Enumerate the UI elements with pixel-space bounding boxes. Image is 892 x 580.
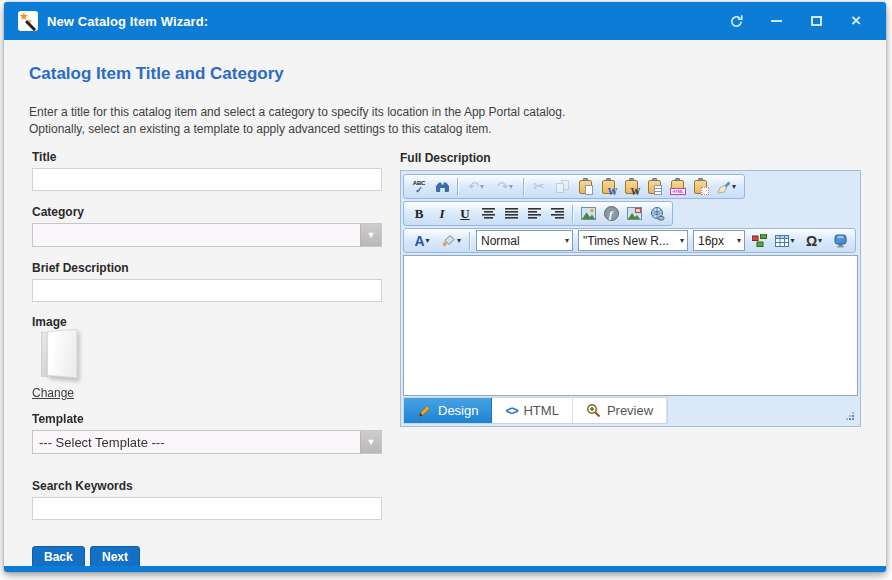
align-right-icon-glyph bbox=[551, 208, 564, 219]
change-image-link[interactable]: Change bbox=[32, 386, 74, 400]
template-dropdown[interactable]: --- Select Template --- ▼ bbox=[32, 430, 382, 454]
paste-from-word-nofont-icon-glyph: W bbox=[625, 180, 638, 194]
undo-icon: ↶▾ bbox=[462, 176, 490, 197]
hyperlink-manager-icon-glyph bbox=[650, 207, 665, 221]
format-stripper-icon[interactable]: ▾ bbox=[712, 176, 740, 197]
bold-icon[interactable]: B bbox=[408, 203, 430, 224]
chevron-down-icon: ▾ bbox=[480, 182, 484, 191]
image-manager-icon-glyph bbox=[581, 207, 596, 220]
table-icon-glyph bbox=[775, 235, 789, 247]
description-line-2: Optionally, select an existing a templat… bbox=[29, 121, 565, 138]
maximize-icon[interactable] bbox=[808, 13, 824, 29]
template-label: Template bbox=[32, 412, 84, 426]
page-title: Catalog Item Title and Category bbox=[29, 64, 284, 84]
find-icon[interactable] bbox=[431, 176, 453, 197]
table-icon[interactable]: ▾ bbox=[771, 230, 799, 251]
paste-from-word-nofont-icon[interactable]: W bbox=[620, 176, 642, 197]
image-map-icon-glyph bbox=[627, 207, 642, 220]
paste-as-html-icon-glyph: HTML bbox=[671, 180, 684, 194]
editor-content-area[interactable] bbox=[403, 255, 858, 396]
flash-manager-icon-glyph: f bbox=[604, 206, 619, 221]
copy-icon bbox=[551, 176, 573, 197]
undo-icon-glyph: ↶ bbox=[468, 180, 479, 193]
refresh-icon[interactable] bbox=[728, 13, 744, 29]
brief-description-label: Brief Description bbox=[32, 261, 129, 275]
toolbar-separator bbox=[523, 178, 524, 196]
template-dropdown-arrow-icon[interactable]: ▼ bbox=[360, 431, 381, 453]
pencil-icon bbox=[417, 404, 432, 418]
template-selected-value: --- Select Template --- bbox=[33, 435, 360, 450]
paste-from-word-icon[interactable]: W bbox=[597, 176, 619, 197]
symbol-icon-glyph: Ω bbox=[806, 234, 817, 248]
align-justify-icon[interactable] bbox=[500, 203, 522, 224]
spellcheck-icon[interactable]: ABC✓ bbox=[408, 176, 430, 197]
title-input[interactable] bbox=[32, 168, 382, 191]
title-label: Title bbox=[32, 150, 56, 164]
media-manager-icon[interactable] bbox=[829, 230, 851, 251]
font-combo-value: "Times New R... bbox=[579, 234, 680, 248]
next-button[interactable]: Next bbox=[90, 546, 140, 568]
close-icon[interactable]: × bbox=[848, 13, 864, 29]
underline-icon[interactable]: U bbox=[454, 203, 476, 224]
chevron-down-icon: ▾ bbox=[790, 236, 794, 245]
size-combo-value: 16px bbox=[694, 234, 737, 248]
paste-plain-text-icon-glyph bbox=[648, 180, 661, 194]
category-label: Category bbox=[32, 205, 84, 219]
tab-html[interactable]: <>HTML bbox=[492, 398, 572, 423]
font-combo[interactable]: "Times New R...▾ bbox=[578, 230, 688, 251]
align-justify-icon-glyph bbox=[505, 208, 518, 219]
tab-label: Preview bbox=[607, 403, 653, 418]
align-center-icon-glyph bbox=[482, 208, 495, 219]
toolbar-separator bbox=[457, 178, 458, 196]
toolbar-separator bbox=[469, 232, 470, 250]
titlebar: ★ ★ New Catalog Item Wizard: × bbox=[4, 2, 886, 40]
style-combo[interactable]: Normal▾ bbox=[476, 230, 573, 251]
symbol-icon[interactable]: Ω▾ bbox=[800, 230, 828, 251]
align-right-icon[interactable] bbox=[546, 203, 568, 224]
rich-text-editor: ABC✓↶▾↷▾✂WWHTML▾ BIUf A▾▾Normal▾"Times N… bbox=[400, 170, 861, 427]
page-description: Enter a title for this catalog item and … bbox=[29, 104, 565, 138]
blocks-icon[interactable] bbox=[748, 230, 770, 251]
hyperlink-manager-icon[interactable] bbox=[646, 203, 668, 224]
chevron-down-icon: ▾ bbox=[426, 236, 430, 245]
wizard-app-icon: ★ ★ bbox=[18, 11, 38, 31]
category-dropdown[interactable]: ▼ bbox=[32, 223, 382, 247]
spellcheck-icon-glyph: ABC✓ bbox=[413, 180, 425, 194]
background-color-icon[interactable]: ▾ bbox=[437, 230, 465, 251]
paste-icon[interactable] bbox=[574, 176, 596, 197]
italic-icon-glyph: I bbox=[439, 206, 444, 222]
underline-icon-glyph: U bbox=[460, 206, 469, 222]
category-dropdown-arrow-icon[interactable]: ▼ bbox=[360, 224, 381, 246]
back-button[interactable]: Back bbox=[32, 546, 85, 568]
image-manager-icon[interactable] bbox=[577, 203, 599, 224]
window-controls: × bbox=[728, 13, 872, 29]
style-combo-value: Normal bbox=[477, 234, 565, 248]
italic-icon[interactable]: I bbox=[431, 203, 453, 224]
font-color-icon[interactable]: A▾ bbox=[408, 230, 436, 251]
align-left-icon[interactable] bbox=[523, 203, 545, 224]
window-bottom-border bbox=[4, 566, 886, 572]
blocks-icon-glyph bbox=[752, 234, 767, 247]
image-map-icon[interactable] bbox=[623, 203, 645, 224]
format-stripper-icon-glyph bbox=[716, 180, 731, 194]
minimize-icon[interactable] bbox=[768, 13, 784, 29]
paste-special-icon[interactable] bbox=[689, 176, 711, 197]
paste-from-word-icon-glyph: W bbox=[602, 180, 615, 194]
paste-as-html-icon[interactable]: HTML bbox=[666, 176, 688, 197]
tab-design[interactable]: Design bbox=[404, 398, 492, 423]
chevron-down-icon: ▾ bbox=[565, 236, 572, 245]
align-center-icon[interactable] bbox=[477, 203, 499, 224]
resize-grip[interactable] bbox=[844, 410, 854, 420]
flash-manager-icon[interactable]: f bbox=[600, 203, 622, 224]
brief-description-input[interactable] bbox=[32, 279, 382, 302]
cut-icon-glyph: ✂ bbox=[533, 180, 545, 193]
search-keywords-input[interactable] bbox=[32, 497, 382, 520]
chevron-down-icon: ▾ bbox=[509, 182, 513, 191]
size-combo[interactable]: 16px▾ bbox=[693, 230, 745, 251]
editor-toolbar-row-2: BIUf bbox=[403, 200, 858, 227]
chevron-down-icon: ▾ bbox=[737, 236, 744, 245]
tab-preview[interactable]: Preview bbox=[573, 398, 667, 423]
paste-plain-text-icon[interactable] bbox=[643, 176, 665, 197]
toolbar-separator bbox=[572, 205, 573, 223]
align-left-icon-glyph bbox=[528, 208, 541, 219]
